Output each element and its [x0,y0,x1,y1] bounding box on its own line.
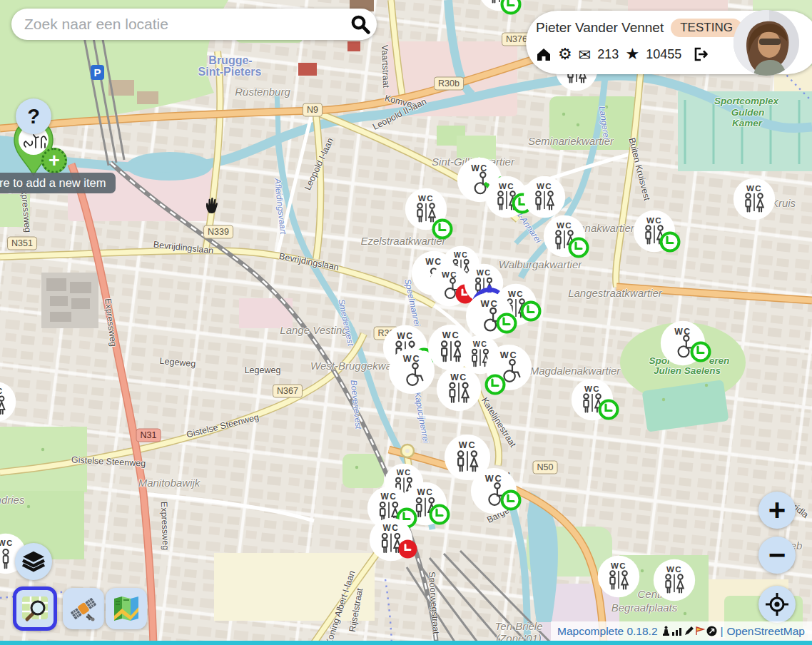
license-icon [706,626,717,636]
message-count: 213 [597,47,619,62]
star-icon: ★ [625,46,639,62]
statue-icon [661,626,671,636]
layers-icon [21,549,46,574]
wc-marker-wheel[interactable]: WC [388,347,435,397]
zoom-out-button[interactable]: − [758,537,796,574]
crosshair-icon [765,592,789,616]
svg-text:WC: WC [381,492,397,502]
opening-hours-badge-green [429,504,450,528]
svg-text:WC: WC [557,221,572,230]
opening-hours-badge-green [500,489,522,514]
user-avatar[interactable] [734,10,799,76]
map-feature-layer: WCWCWCWCWCWCWCWCWCWCWCWCWCWCWCWCWCWCWCWC… [0,0,812,645]
wc-marker-duo[interactable]: WC [0,381,16,425]
svg-text:WC: WC [537,182,552,191]
background-osm-button[interactable] [13,586,57,631]
testing-badge: TESTING [671,19,742,37]
svg-text:WC: WC [674,327,691,337]
svg-text:WC: WC [397,468,412,477]
svg-text:WC: WC [418,194,434,203]
help-button[interactable]: ? [16,98,51,134]
svg-text:WC: WC [0,539,14,547]
wc-marker-duo[interactable]: WC [653,559,696,604]
add-item-tooltip: re to add a new item [0,173,116,193]
search-bar[interactable] [11,9,377,40]
layers-button[interactable] [15,543,52,580]
svg-text:WC: WC [611,562,626,570]
svg-text:WC: WC [499,182,514,191]
add-plus-button[interactable]: + [41,148,67,173]
svg-text:WC: WC [442,270,457,279]
svg-text:WC: WC [666,565,682,574]
background-satellite-button[interactable] [63,588,104,629]
svg-text:WC: WC [403,354,420,364]
svg-text:WC: WC [477,268,492,277]
svg-text:WC: WC [480,298,498,309]
hand-cursor-icon [204,195,221,218]
edit-pencil-icon [684,626,694,636]
osm-carto-icon [21,594,49,623]
background-map-button[interactable] [106,588,147,629]
svg-text:WC: WC [500,350,517,360]
opening-hours-badge-green [496,313,517,337]
osm-link[interactable]: OpenStreetMap [727,625,805,638]
stats-icon [671,626,683,636]
opening-hours-badge-green [484,374,506,398]
opening-hours-badge-green [432,218,453,243]
svg-text:WC: WC [383,523,400,533]
attribution-icons [661,626,717,636]
opening-hours-badge-green [690,341,711,365]
attribution-bar: Mapcomplete 0.18.2 | OpenStreetMap [551,621,812,641]
svg-text:WC: WC [442,330,460,340]
search-icon[interactable] [344,14,377,35]
svg-text:WC: WC [397,331,414,341]
opening-hours-badge-green [659,231,681,255]
app-version-link[interactable]: Mapcomplete 0.18.2 [557,625,657,638]
bottom-accent-bar [0,641,812,645]
svg-text:WC: WC [746,184,762,193]
messages-envelope-icon[interactable]: ✉ [579,47,592,62]
svg-text:WC: WC [459,440,476,450]
svg-text:WC: WC [584,385,600,393]
search-input[interactable] [11,16,344,33]
attribution-separator: | [721,625,724,638]
user-name[interactable]: Pieter Vander Vennet [536,20,664,36]
settings-gear-icon[interactable]: ⚙ [558,46,572,62]
satellite-icon [69,594,98,623]
flag-icon [695,626,706,636]
wc-marker-duo[interactable]: WC [733,178,776,223]
svg-text:WC: WC [471,163,488,173]
wc-marker-duo[interactable]: WC [436,366,482,415]
user-panel: Pieter Vander Vennet TESTING ⚙ ✉ 213 ★ 1… [526,11,812,74]
world-map-icon [112,594,141,623]
home-icon[interactable] [536,46,552,62]
opening-hours-badge-green [598,399,619,423]
opening-hours-badge-green [500,0,522,18]
svg-text:WC: WC [417,487,434,497]
opening-hours-badge-red [398,539,417,562]
svg-text:WC: WC [485,474,502,484]
zoom-in-button[interactable]: + [758,492,796,529]
opening-hours-badge-green [568,237,589,261]
star-count: 10455 [646,47,681,62]
geolocate-button[interactable] [758,586,796,623]
map-viewport[interactable]: Brugge-Sint-PietersRustenburgSint-Gillis… [0,0,812,645]
logout-icon[interactable] [692,46,709,62]
svg-text:WC: WC [450,372,467,382]
svg-text:WC: WC [646,216,662,225]
wc-marker-duo[interactable]: WC [597,555,640,601]
svg-text:WC: WC [0,387,4,395]
opening-hours-badge-green [520,300,542,325]
